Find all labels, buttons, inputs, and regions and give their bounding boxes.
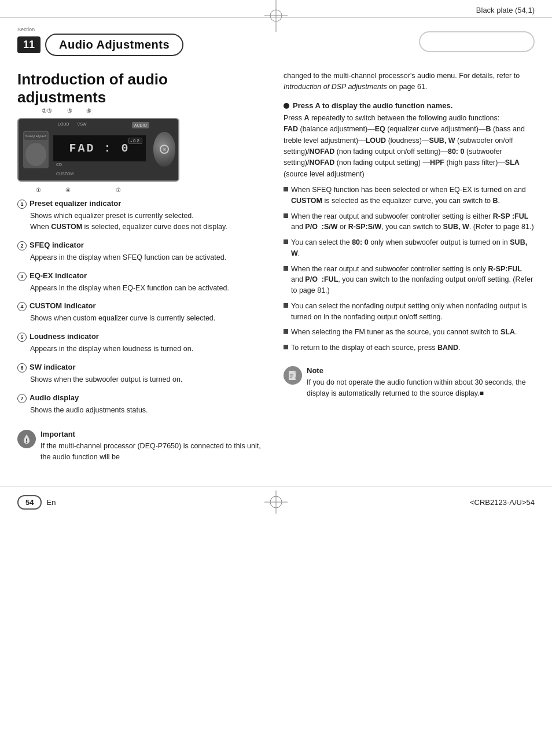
main-content: Introduction of audio adjustments ②③ ⑤ ⑥…	[0, 59, 552, 474]
right-intro: changed to the multi-channel processor's…	[284, 71, 535, 93]
indicators-list: 1 Preset equalizer indicator Shows which…	[17, 199, 266, 415]
note-body: If you do not operate the audio function…	[307, 377, 535, 400]
page-number: 54	[17, 495, 42, 510]
num-circle-2: 2	[17, 241, 27, 250]
indicator-3-title: EQ-EX indicator	[30, 271, 87, 280]
indicator-1: 1 Preset equalizer indicator Shows which…	[17, 199, 266, 233]
important-box: Important If the multi-channel processor…	[17, 424, 266, 463]
device-display: FAD : 0 -02	[53, 135, 146, 161]
sq-text-5: You can select the nonfading output sett…	[291, 301, 535, 323]
indicator-2: 2 SFEQ indicator Appears in the display …	[17, 241, 266, 263]
note-box: Note If you do not operate the audio fun…	[284, 362, 535, 400]
section-number: 11	[17, 36, 41, 53]
section-right-decoration	[419, 31, 535, 52]
device-knob-right: ⊙	[153, 132, 175, 167]
device-top-labels: ②③ ⑤ ⑥	[42, 108, 91, 114]
indicator-5: 5 Loudness indicator Appears in the disp…	[17, 332, 266, 355]
sq-bullet-4: When the rear output and subwoofer contr…	[284, 264, 535, 296]
note-title: Note	[307, 366, 535, 375]
sq-bullet-5: You can select the nonfading output sett…	[284, 301, 535, 323]
sq-text-4: When the rear output and subwoofer contr…	[291, 264, 535, 296]
black-plate-text: Black plate (54,1)	[476, 6, 535, 14]
sq-bullet-6: When selecting the FM tuner as the sourc…	[284, 327, 535, 338]
bullet-dot	[284, 103, 289, 109]
important-title: Important	[41, 430, 266, 438]
num-circle-5: 5	[17, 333, 27, 342]
indicator-2-body: Appears in the display when SFEQ functio…	[30, 252, 266, 263]
page-title: Introduction of audio adjustments	[17, 71, 266, 106]
sq-icon-5	[284, 303, 288, 308]
note-text-area: Note If you do not operate the audio fun…	[307, 366, 535, 400]
sq-icon-6	[284, 329, 288, 334]
footer-code: <CRB2123-A/U>54	[470, 498, 535, 507]
sq-bullet-1: When SFEQ function has been selected or …	[284, 185, 535, 206]
device-bottom-labels: ① ④ ⑦	[36, 187, 121, 193]
device-custom-label: CUSTOM	[56, 172, 73, 176]
sq-text-3: You can select the 80: 0 only when subwo…	[291, 237, 535, 259]
bottom-crosshair	[264, 491, 288, 514]
sq-bullet-3: You can select the 80: 0 only when subwo…	[284, 237, 535, 259]
svg-rect-4	[26, 438, 27, 441]
sq-icon-7	[284, 345, 288, 349]
important-text-area: Important If the multi-channel processor…	[41, 430, 266, 463]
press-a-label: Press A to display the audio function na…	[293, 101, 452, 110]
sq-bullet-2: When the rear output and subwoofer contr…	[284, 211, 535, 233]
indicator-4-title: CUSTOM indicator	[30, 301, 96, 310]
section-title: Audio Adjustments	[45, 34, 183, 56]
right-column: changed to the multi-channel processor's…	[284, 71, 535, 463]
sq-icon-2	[284, 213, 288, 218]
indicator-6-body: Shows when the subwoofer output is turne…	[30, 374, 266, 385]
num-circle-7: 7	[17, 394, 27, 403]
note-icon	[284, 366, 302, 385]
sq-icon-4	[284, 266, 288, 271]
sq-text-6: When selecting the FM tuner as the sourc…	[291, 327, 517, 338]
label-num5: ⑤	[67, 108, 72, 114]
indicator-1-body: Shows which equalizer preset is currentl…	[30, 211, 266, 233]
sq-bullet-7: To return to the display of each source,…	[284, 342, 535, 353]
indicator-5-body: Appears in the display when loudness is …	[30, 344, 266, 355]
top-crosshair	[264, 0, 288, 32]
indicator-3-body: Appears in the display when EQ-EX functi…	[30, 283, 266, 294]
left-column: Introduction of audio adjustments ②③ ⑤ ⑥…	[17, 71, 266, 463]
indicator-5-title: Loudness indicator	[30, 332, 99, 341]
press-a-body: Press A repeatedly to switch between the…	[284, 113, 535, 180]
num-circle-3: 3	[17, 272, 27, 281]
top-header: Black plate (54,1)	[0, 0, 552, 18]
press-a-section: Press A to display the audio function na…	[284, 101, 535, 353]
indicator-3: 3 EQ-EX indicator Appears in the display…	[17, 271, 266, 294]
indicator-7-title: Audio display	[30, 393, 79, 402]
device-diagram: ②③ ⑤ ⑥ SFEQ EQ-EX FAD : 0 -02 AUDIO LOUD	[17, 118, 179, 182]
indicator-7: 7 Audio display Shows the audio adjustme…	[17, 393, 266, 416]
num-circle-6: 6	[17, 363, 27, 373]
device-cd-label: CD	[56, 163, 62, 167]
num-circle-1: 1	[17, 200, 27, 209]
label-num23: ②③	[42, 108, 52, 114]
num-circle-4: 4	[17, 302, 27, 311]
device-knob-left: SFEQ EQ-EX	[23, 131, 49, 168]
indicator-6-title: SW indicator	[30, 363, 75, 371]
important-icon	[17, 430, 36, 448]
sq-icon-1	[284, 187, 288, 191]
indicator-7-body: Shows the audio adjustments status.	[30, 405, 266, 416]
sq-text-7: To return to the display of each source,…	[291, 342, 461, 353]
sq-icon-3	[284, 239, 288, 244]
footer-en: En	[46, 498, 56, 507]
important-body: If the multi-channel processor (DEQ-P765…	[41, 441, 266, 463]
svg-point-3	[26, 442, 27, 443]
section-label: Section	[17, 27, 183, 32]
device-audio-button: AUDIO	[132, 122, 149, 128]
page-footer: 54 En <CRB2123-A/U>54	[0, 486, 552, 518]
indicator-1-title: Preset equalizer indicator	[30, 199, 121, 208]
indicator-6: 6 SW indicator Shows when the subwoofer …	[17, 363, 266, 385]
press-a-title: Press A to display the audio function na…	[284, 101, 535, 110]
sq-text-2: When the rear output and subwoofer contr…	[291, 211, 535, 233]
device-top-indicators: LOUD ▽SW	[58, 122, 87, 127]
label-num6: ⑥	[86, 108, 91, 114]
indicator-4: 4 CUSTOM indicator Shows when custom equ…	[17, 301, 266, 324]
sq-text-1: When SFEQ function has been selected or …	[291, 185, 535, 206]
footer-left: 54 En	[17, 495, 56, 510]
indicator-2-title: SFEQ indicator	[30, 241, 84, 249]
indicator-4-body: Shows when custom equalizer curve is cur…	[30, 313, 266, 324]
